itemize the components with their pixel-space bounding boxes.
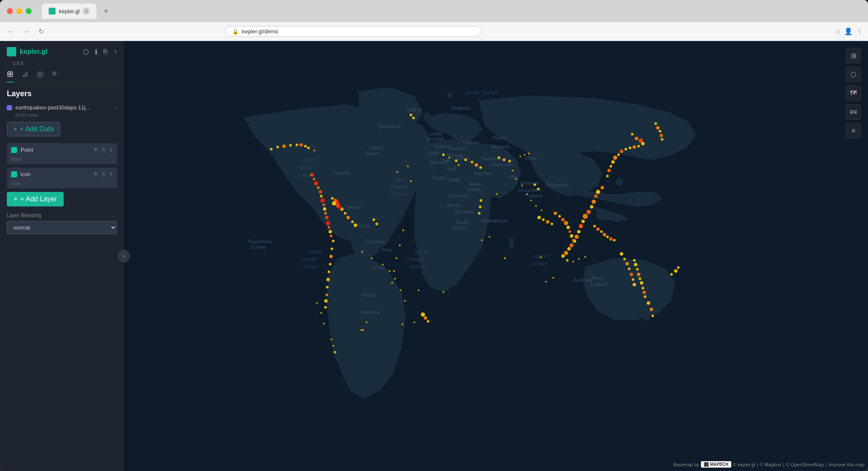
sudan-label: Sudan [447,177,461,182]
svg-point-70 [631,133,633,135]
svg-point-47 [375,223,378,225]
sidebar-collapse-button[interactable]: ‹ [118,250,130,262]
close-button[interactable] [7,8,13,14]
svg-point-135 [528,153,530,154]
world-map: North Pacific Ocean North Atlantic Ocean… [124,41,868,471]
menu-button[interactable]: ⋮ [856,27,863,35]
layer-point-header[interactable]: Point 👁 ⎘ ∨ [7,143,117,156]
svg-point-43 [326,294,328,296]
svg-point-3 [313,178,315,180]
svg-point-184 [564,221,568,225]
svg-point-36 [332,240,334,242]
layer-icon-header[interactable]: icon 👁 ⎘ ∨ [7,168,117,181]
svg-point-119 [389,270,390,272]
dataset-expand-icon[interactable]: › [115,105,117,111]
svg-point-61 [479,166,482,169]
svg-point-150 [541,209,542,211]
svg-point-56 [455,159,457,162]
svg-point-156 [413,321,415,323]
indian-ocean-label2: Ocean [531,260,547,267]
layer-item-icon: icon 👁 ⎘ ∨ Icon [7,168,117,188]
back-button[interactable]: ← [5,26,17,37]
svg-point-148 [530,200,532,201]
kazakhstan-label: Kazakhstan [482,156,506,161]
svg-point-41 [326,278,330,281]
ukraine-label: Ukraine [463,139,479,144]
layer-chevron-icon[interactable]: ∨ [109,147,113,153]
svg-point-138 [659,130,661,132]
copy-icon[interactable]: ⎘ [103,48,108,56]
reload-button[interactable]: ↻ [36,26,47,37]
svg-point-26 [332,201,336,206]
tab-close-button[interactable]: × [83,8,90,15]
add-layer-button[interactable]: + + Add Layer [7,192,64,206]
svg-point-143 [496,193,498,195]
osm-attr[interactable]: © OpenStreetMap [786,462,824,467]
layer-control-button[interactable]: 🗺 [846,85,861,101]
layer-visibility-icon[interactable]: 👁 [93,147,99,153]
svg-point-42 [326,286,328,288]
tab-interactions[interactable]: ◎ [37,66,44,82]
split-view-button[interactable]: ⊞ [846,48,861,63]
maximize-button[interactable] [26,8,32,14]
svg-point-162 [600,230,603,233]
svg-point-40 [328,271,330,273]
layer-item-point: Point 👁 ⎘ ∨ Point [7,143,117,164]
mapbox-attr[interactable]: © Mapbox [760,462,781,467]
bookmark-button[interactable]: ☆ [835,27,841,35]
attr-separator: | [757,462,758,467]
profile-button[interactable]: 👤 [844,27,853,35]
svg-point-78 [620,150,623,153]
info-icon[interactable]: ℹ [95,48,97,56]
browser-actions: ☆ 👤 ⋮ [835,27,863,35]
svg-point-139 [660,134,663,137]
svg-point-67 [498,156,500,159]
blending-select[interactable]: normal additive subtractive [7,221,117,234]
svg-point-128 [443,291,444,293]
minimize-button[interactable] [16,8,22,14]
add-data-button[interactable]: + + Add Data [7,122,60,136]
svg-point-179 [332,345,334,347]
svg-point-194 [537,188,540,190]
share-icon[interactable]: ⬡ [83,48,89,56]
svg-point-12 [325,216,328,219]
svg-point-110 [636,268,639,271]
tab-favicon [49,8,56,15]
kepler-version: 2.5.5 [0,61,124,66]
tab-layers[interactable]: ⊞ [7,66,13,82]
canada-label: Canada [333,171,350,176]
language-button[interactable]: EN [846,104,861,120]
svg-point-167 [620,252,623,256]
improve-map-link[interactable]: Improve this map [829,462,865,467]
north-pacific-ocean-label: North [303,157,317,163]
3d-toggle-button[interactable]: ⬡ [846,67,861,82]
layer-icon-visibility-icon[interactable]: 👁 [93,171,99,177]
svg-point-54 [442,153,445,156]
kepler-attr[interactable]: © kepler.gl [733,462,755,467]
forward-button[interactable]: → [21,26,32,37]
svg-point-163 [603,233,606,236]
address-bar[interactable]: 🔒 kepler.gl/demo [225,26,481,37]
add-tab-button[interactable]: + [103,6,108,16]
svg-point-183 [561,218,565,221]
turkey-label: Turkey [456,156,470,161]
export-icon[interactable]: ↑ [114,48,117,56]
svg-point-44 [324,299,328,303]
map-area[interactable]: North Pacific Ocean North Atlantic Ocean… [124,41,868,471]
layer-duplicate-icon[interactable]: ⎘ [102,147,106,153]
layer-icon-duplicate-icon[interactable]: ⎘ [102,171,106,177]
layer-icon-chevron-icon[interactable]: ∨ [109,171,113,177]
svg-point-34 [304,145,307,147]
svg-point-146 [521,185,523,186]
legend-button[interactable]: ≡ [846,123,861,138]
svg-point-133 [519,156,521,157]
svg-point-169 [625,262,629,265]
svg-point-18 [344,212,346,215]
browser-tab[interactable]: kepler.gl × [42,3,97,19]
svg-point-187 [570,234,573,238]
sidebar-header-icons: ⬡ ℹ ⎘ ↑ [83,48,117,56]
tab-filters[interactable]: ⊿ [22,66,28,82]
dataset-item[interactable]: earthquakes-past30days-11j... › [7,104,117,111]
tab-basemap[interactable]: ≡ [52,66,57,82]
svg-point-87 [594,194,598,198]
